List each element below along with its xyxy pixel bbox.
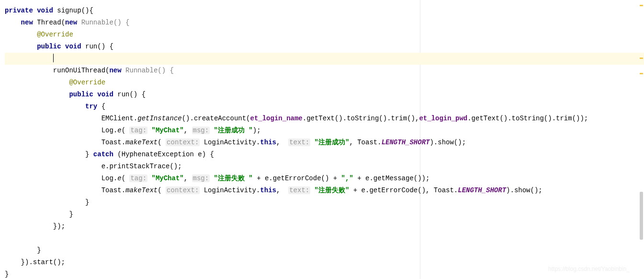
watermark-text: https://blog.csdn.net/Yaobinbin_ — [548, 263, 630, 275]
gutter-mark[interactable] — [640, 73, 643, 74]
code-text: LoginActivity. — [200, 139, 260, 146]
field-ref: et_login_name — [250, 115, 303, 122]
code-text: ).show(); — [429, 139, 466, 146]
code-line: private void signup(){ — [5, 5, 644, 17]
code-text: ().createAccount( — [182, 115, 250, 122]
caret-line — [5, 53, 644, 65]
code-line: try { — [5, 101, 644, 113]
code-text: ( — [122, 127, 130, 134]
annotation: @Override — [69, 79, 105, 86]
code-text: + e.getErrorCode(), Toast. — [349, 186, 458, 194]
code-text: } — [37, 246, 41, 254]
code-text: Toast. — [102, 139, 125, 146]
code-line: new Thread(new Runnable() { — [5, 17, 644, 29]
param-hint: tag: — [129, 174, 147, 182]
keyword: public — [69, 91, 93, 98]
code-text: ( — [158, 139, 166, 146]
code-line: e.printStackTrace(); — [5, 161, 644, 173]
code-text: run() { — [113, 91, 146, 98]
code-text: } — [85, 151, 93, 158]
constant: LENGTH_SHORT — [382, 139, 430, 146]
code-text: Log. — [102, 174, 118, 182]
code-text: Runnable() { — [77, 19, 129, 26]
code-text: signup(){ — [53, 7, 93, 14]
code-text: ); — [253, 127, 261, 134]
param-hint: tag: — [129, 127, 147, 134]
param-hint: text: — [288, 139, 310, 146]
param-hint: msg: — [192, 127, 210, 134]
code-text: , — [276, 186, 288, 194]
param-hint: context: — [166, 186, 200, 194]
keyword: private — [5, 7, 33, 14]
code-text: Log. — [102, 127, 118, 134]
string-literal: "注册失败 " — [210, 174, 253, 182]
code-text: } — [69, 210, 73, 218]
keyword: void — [65, 43, 81, 50]
constant: LENGTH_SHORT — [458, 186, 506, 194]
code-text: }); — [53, 222, 65, 230]
keyword: new — [21, 19, 33, 26]
code-text: + e.getMessage()); — [353, 174, 430, 182]
code-text: e — [117, 174, 121, 182]
code-text: runOnUiThread( — [53, 67, 110, 74]
keyword: this — [260, 186, 276, 194]
code-line: }); — [5, 221, 644, 232]
field-ref: et_login_pwd — [419, 115, 467, 122]
keyword: new — [65, 19, 77, 26]
code-text: + e.getErrorCode() + — [253, 174, 341, 182]
code-line: EMClient.getInstance().createAccount(et_… — [5, 113, 644, 125]
code-text: ( — [122, 174, 130, 182]
vertical-scrollbar[interactable] — [640, 192, 643, 240]
code-text: run() { — [81, 43, 113, 50]
code-text: { — [97, 103, 105, 110]
code-line: Log.e( tag: "MyChat", msg: "注册成功 "); — [5, 125, 644, 137]
code-text: Runnable() { — [122, 67, 174, 74]
code-text: LoginActivity. — [200, 186, 260, 194]
code-text: EMClient. — [102, 115, 138, 122]
code-line: Toast.makeText( context: LoginActivity.t… — [5, 185, 644, 197]
code-text: (HyphenateException e) { — [113, 151, 214, 158]
code-line: @Override — [5, 77, 644, 89]
code-text: , — [184, 127, 192, 134]
code-text: ( — [158, 186, 166, 194]
param-hint: msg: — [192, 174, 210, 182]
string-literal: "注册成功" — [310, 139, 349, 146]
keyword: public — [37, 43, 61, 50]
code-text: ).show(); — [506, 186, 542, 194]
keyword: try — [85, 103, 97, 110]
code-line: public void run() { — [5, 89, 644, 101]
code-text: , — [276, 139, 288, 146]
code-text: , — [184, 174, 192, 182]
code-text: makeText — [125, 139, 158, 146]
code-text: }).start(); — [21, 258, 65, 266]
code-text: .getText().toString().trim()); — [467, 115, 588, 122]
code-line: Toast.makeText( context: LoginActivity.t… — [5, 137, 644, 149]
code-text: } — [85, 198, 89, 206]
text-caret — [53, 54, 54, 62]
param-hint: context: — [166, 139, 200, 146]
code-editor[interactable]: private void signup(){ new Thread(new Ru… — [0, 0, 644, 279]
code-text: e.printStackTrace(); — [102, 163, 182, 170]
gutter-mark[interactable] — [640, 5, 643, 6]
code-text: , Toast. — [349, 139, 381, 146]
code-line: runOnUiThread(new Runnable() { — [5, 65, 644, 77]
string-literal: "MyChat" — [147, 174, 184, 182]
code-text: e — [117, 127, 121, 134]
code-line: public void run() { — [5, 41, 644, 53]
gutter-mark[interactable] — [640, 58, 643, 59]
keyword: catch — [93, 151, 113, 158]
keyword: new — [109, 67, 121, 74]
code-text: Toast. — [102, 186, 125, 194]
code-text: makeText — [125, 186, 158, 194]
string-literal: "," — [341, 174, 353, 182]
code-line: } — [5, 209, 644, 221]
keyword: void — [97, 91, 113, 98]
string-literal: "注册失败" — [310, 186, 349, 194]
code-text: getInstance — [137, 115, 181, 122]
string-literal: "注册成功 " — [210, 127, 253, 134]
param-hint: text: — [288, 186, 310, 194]
code-line: } — [5, 197, 644, 209]
code-text: Thread( — [33, 19, 65, 26]
code-line: } — [5, 244, 644, 256]
keyword: void — [37, 7, 53, 14]
